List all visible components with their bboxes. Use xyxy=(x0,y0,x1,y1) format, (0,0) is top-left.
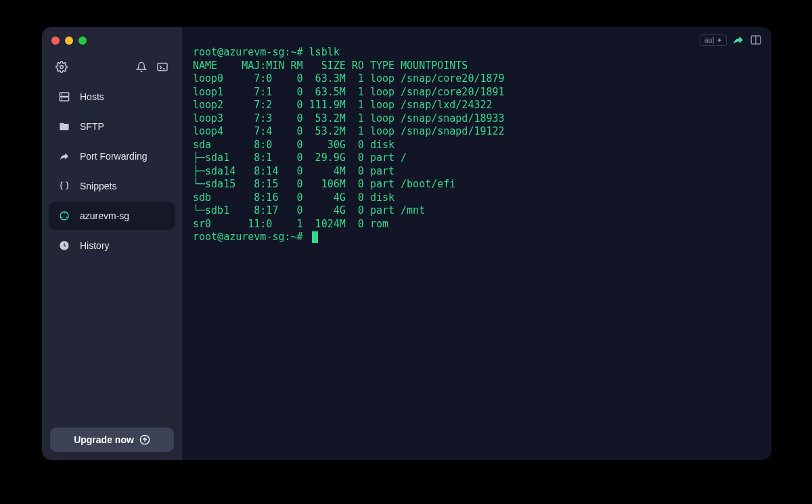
server-icon xyxy=(58,91,70,103)
window-controls xyxy=(42,35,182,54)
svg-rect-1 xyxy=(158,63,167,70)
output-row: sr0 11:0 1 1024M 0 rom xyxy=(193,218,401,230)
svg-point-5 xyxy=(62,99,62,99)
gear-icon[interactable] xyxy=(55,61,68,73)
arrow-up-circle-icon xyxy=(139,434,150,445)
sidebar-nav: Hosts SFTP Port Forwarding Snippets xyxy=(42,83,182,260)
share-arrow-icon[interactable] xyxy=(732,34,744,46)
sidebar-item-label: Snippets xyxy=(80,181,116,191)
svg-point-4 xyxy=(62,94,62,95)
sidebar-item-label: History xyxy=(80,240,110,251)
output-row: loop3 7:3 0 53.2M 1 loop /snap/snapd/189… xyxy=(193,112,505,124)
close-window-button[interactable] xyxy=(51,37,60,45)
sidebar-item-label: SFTP xyxy=(80,121,104,132)
output-row: ├─sda14 8:14 0 4M 0 part xyxy=(193,165,401,177)
sidebar-toolbar xyxy=(42,54,182,83)
share-icon xyxy=(58,150,70,162)
output-row: └─sdb1 8:17 0 4G 0 part /mnt xyxy=(193,204,425,216)
sidebar-item-history[interactable]: History xyxy=(49,231,175,260)
braces-icon xyxy=(58,180,70,192)
maximize-window-button[interactable] xyxy=(78,37,87,45)
sidebar-item-label: Hosts xyxy=(80,91,104,102)
sidebar-item-sftp[interactable]: SFTP xyxy=(49,112,175,141)
output-row: loop2 7:2 0 111.9M 1 loop /snap/lxd/2432… xyxy=(193,99,493,111)
ubuntu-icon xyxy=(58,210,70,222)
sidebar-item-snippets[interactable]: Snippets xyxy=(49,172,175,200)
output-row: loop0 7:0 0 63.3M 1 loop /snap/core20/18… xyxy=(193,72,505,85)
output-header: NAME MAJ:MIN RM SIZE RO TYPE MOUNTPOINTS xyxy=(193,60,468,72)
svg-point-7 xyxy=(64,212,65,214)
minimize-window-button[interactable] xyxy=(65,37,73,45)
upgrade-wrap: Upgrade now xyxy=(42,419,182,460)
sidebar-item-hosts[interactable]: Hosts xyxy=(49,83,175,111)
sidebar-item-azurevm-sg[interactable]: azurevm-sg xyxy=(49,202,175,230)
svg-point-0 xyxy=(60,66,64,69)
terminal-pane[interactable]: au| ✦ root@azurevm-sg:~# lsblk NAME MAJ:… xyxy=(182,27,771,460)
terminal-cursor xyxy=(312,231,318,243)
upgrade-label: Upgrade now xyxy=(74,434,134,445)
output-row: loop1 7:1 0 63.5M 1 loop /snap/core20/18… xyxy=(193,86,505,98)
clock-icon xyxy=(58,239,70,252)
upgrade-button[interactable]: Upgrade now xyxy=(50,428,174,452)
sidebar-item-label: Port Forwarding xyxy=(80,151,148,162)
output-row: └─sda15 8:15 0 106M 0 part /boot/efi xyxy=(193,178,455,190)
terminal-controls: au| ✦ xyxy=(700,34,762,46)
bell-icon[interactable] xyxy=(136,62,147,72)
terminal-icon[interactable] xyxy=(156,62,168,72)
output-row: ├─sda1 8:1 0 29.9G 0 part / xyxy=(193,152,407,164)
split-pane-icon[interactable] xyxy=(750,34,762,46)
svg-point-9 xyxy=(66,216,68,218)
output-row: loop4 7:4 0 53.2M 1 loop /snap/snapd/191… xyxy=(193,125,505,137)
sidebar: Hosts SFTP Port Forwarding Snippets xyxy=(42,27,182,460)
sidebar-item-port-forwarding[interactable]: Port Forwarding xyxy=(49,142,175,170)
sidebar-item-label: azurevm-sg xyxy=(80,210,129,221)
output-row: sda 8:0 0 30G 0 disk xyxy=(193,139,401,151)
folder-icon xyxy=(58,120,70,133)
prompt-line: root@azurevm-sg:~# xyxy=(193,231,309,244)
output-row: sdb 8:16 0 4G 0 disk xyxy=(193,191,401,204)
ai-badge[interactable]: au| ✦ xyxy=(700,35,727,46)
app-window: Hosts SFTP Port Forwarding Snippets xyxy=(42,27,771,460)
svg-point-8 xyxy=(62,216,63,218)
terminal-output: root@azurevm-sg:~# lsblk NAME MAJ:MIN RM… xyxy=(193,46,755,244)
prompt-line: root@azurevm-sg:~# lsblk xyxy=(193,46,340,58)
